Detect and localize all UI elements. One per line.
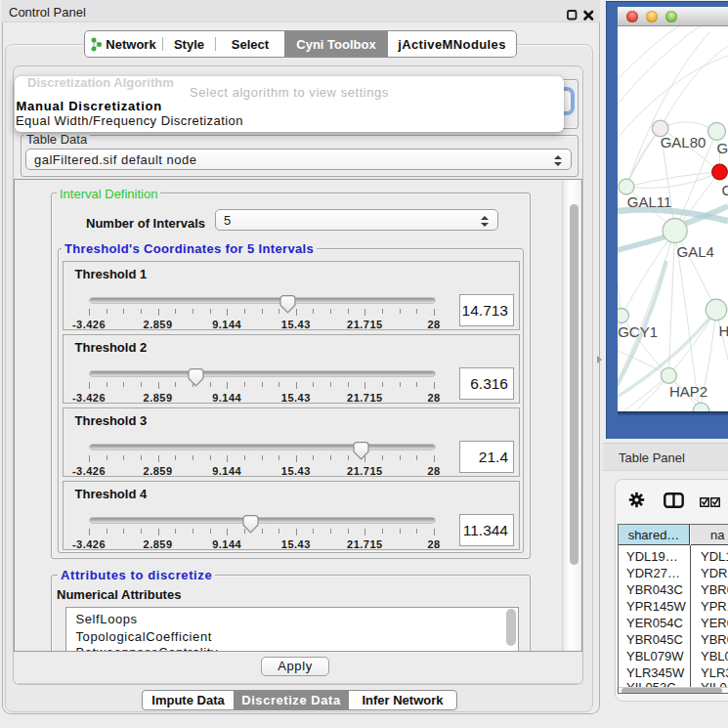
svg-text:HAP2: HAP2 [669, 383, 707, 400]
svg-text:GA: GA [717, 140, 728, 156]
svg-text:H: H [719, 322, 728, 339]
svg-text:GAL11: GAL11 [627, 193, 672, 210]
svg-text:GAL80: GAL80 [661, 134, 707, 150]
svg-text:GCY1: GCY1 [618, 323, 658, 340]
svg-text:GAL4: GAL4 [677, 243, 714, 260]
svg-text:CD: CD [722, 182, 728, 198]
